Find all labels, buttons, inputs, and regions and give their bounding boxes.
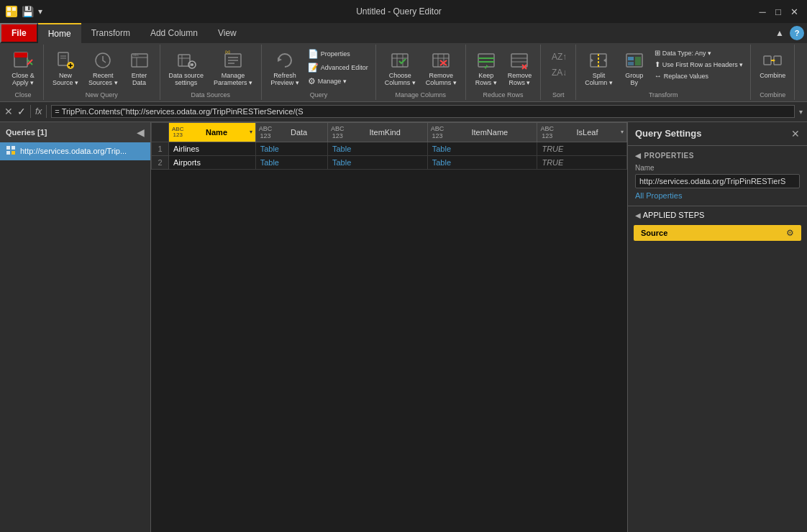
svg-marker-29	[278, 58, 282, 62]
enter-data-button[interactable]: abc EnterData	[124, 46, 155, 90]
keep-rows-button[interactable]: KeepRows ▾	[470, 46, 502, 90]
properties-label: Properties	[321, 50, 350, 58]
combine-label: Combine	[760, 73, 785, 80]
svg-text:ZA↓: ZA↓	[552, 68, 565, 78]
data-source-settings-button[interactable]: Data sourcesettings	[165, 46, 209, 90]
ribbon-group-close: Close &Apply ▾ Close	[3, 45, 44, 100]
manage-parameters-icon: {x}	[222, 49, 245, 72]
formula-confirm-button[interactable]: ✓	[17, 106, 26, 117]
tab-view[interactable]: View	[208, 23, 247, 43]
combine-button[interactable]: Combine	[755, 46, 790, 83]
properties-button[interactable]: 📄 Properties	[305, 47, 371, 60]
close-apply-label: Close &Apply ▾	[12, 73, 35, 87]
col-type-itemname: ABC123	[431, 125, 444, 139]
col-header-data[interactable]: ABC123 Data	[255, 122, 327, 142]
refresh-preview-button[interactable]: RefreshPreview ▾	[266, 46, 304, 90]
replace-values-label: Replace Values	[664, 73, 708, 80]
col-filter-isleaf[interactable]: ▾	[621, 129, 624, 135]
tab-transform[interactable]: Transform	[81, 23, 140, 43]
svg-rect-56	[628, 57, 634, 60]
replace-values-button[interactable]: ↔ Replace Values	[652, 70, 747, 81]
help-button[interactable]: ?	[790, 26, 804, 40]
remove-columns-button[interactable]: RemoveColumns ▾	[421, 46, 461, 90]
choose-columns-button[interactable]: ChooseColumns ▾	[380, 46, 420, 90]
group-label-sort: Sort	[552, 91, 565, 98]
qs-properties-title: PROPERTIES	[644, 152, 694, 160]
col-header-name[interactable]: ABC123 Name ▾	[169, 122, 256, 142]
split-column-label: SplitColumn ▾	[585, 73, 613, 87]
data-type-label: Data Type: Any ▾	[662, 50, 711, 57]
data-source-settings-icon	[175, 49, 198, 72]
cell-name-1: Airlines	[169, 142, 256, 155]
ribbon-collapse-btn[interactable]: ▲	[772, 26, 787, 40]
remove-rows-icon	[508, 49, 531, 72]
ribbon-group-reduce-rows: KeepRows ▾ RemoveRows ▾ Red	[466, 45, 542, 100]
recent-sources-button[interactable]: RecentSources ▾	[84, 46, 122, 90]
quick-access-menu[interactable]: ▾	[38, 6, 42, 17]
tab-home[interactable]: Home	[38, 23, 81, 43]
minimize-button[interactable]: ─	[755, 4, 770, 19]
data-area: ABC123 Name ▾ ABC123 Data	[151, 122, 627, 532]
maximize-button[interactable]: □	[771, 4, 785, 19]
manage-parameters-button[interactable]: {x} ManageParameters ▾	[209, 46, 257, 90]
recent-sources-label: RecentSources ▾	[88, 73, 118, 87]
col-type-isleaf: ABC123	[540, 125, 554, 139]
formula-expand-button[interactable]: ▾	[799, 108, 803, 116]
svg-rect-5	[14, 52, 27, 58]
svg-text:AZ↑: AZ↑	[552, 52, 565, 62]
qs-properties-arrow: ◀	[635, 152, 642, 160]
advanced-editor-button[interactable]: 📝 Advanced Editor	[305, 61, 371, 74]
use-first-row-button[interactable]: ⬆ Use First Row as Headers ▾	[652, 59, 747, 70]
ribbon-group-transform: SplitColumn ▾ GroupBy ⊞	[576, 45, 751, 100]
results-table: ABC123 Name ▾ ABC123 Data	[151, 122, 627, 170]
queries-sidebar: Queries [1] ◀ http://services.odata.org/…	[0, 122, 151, 532]
group-label-combine: Combine	[760, 91, 785, 98]
properties-icon: 📄	[308, 49, 319, 59]
ribbon-group-data-sources: Data sourcesettings {x} ManageParameters…	[160, 45, 263, 100]
qs-step-settings-icon[interactable]: ⚙	[786, 228, 794, 238]
svg-rect-0	[7, 7, 11, 11]
qs-all-properties-link[interactable]: All Properties	[635, 191, 800, 200]
sort-asc-button[interactable]: AZ↑	[545, 49, 571, 63]
close-button[interactable]: ✕	[787, 4, 801, 19]
qs-properties-section: ◀ PROPERTIES Name http://services.odata.…	[628, 146, 807, 206]
col-header-itemname[interactable]: ABC123 ItemName	[427, 122, 537, 142]
data-type-button[interactable]: ⊞ Data Type: Any ▾	[652, 47, 747, 58]
cell-data-1: Table	[255, 142, 327, 155]
tab-file[interactable]: File	[0, 23, 38, 43]
close-apply-button[interactable]: Close &Apply ▾	[7, 46, 39, 90]
quick-access-save[interactable]: 💾	[22, 6, 34, 17]
formula-cancel-button[interactable]: ✕	[4, 106, 13, 117]
col-header-itemkind[interactable]: ABC123 ItemKind	[328, 122, 428, 142]
qs-name-value[interactable]: http://services.odata.org/TripPinRESTier…	[635, 174, 800, 188]
tab-add-column[interactable]: Add Column	[140, 23, 208, 43]
qs-steps-list: Source ⚙	[628, 224, 807, 242]
cell-name-2: Airports	[169, 155, 256, 169]
svg-rect-3	[12, 12, 16, 16]
qs-step-source[interactable]: Source ⚙	[634, 225, 801, 241]
col-filter-name[interactable]: ▾	[250, 129, 252, 135]
col-header-isleaf[interactable]: ABC123 IsLeaf ▾	[537, 122, 627, 142]
group-by-button[interactable]: GroupBy	[619, 46, 650, 90]
qs-close-button[interactable]: ✕	[791, 128, 800, 139]
manage-icon: ⚙	[308, 76, 316, 86]
app-icon	[6, 6, 17, 17]
qs-title: Query Settings	[635, 128, 701, 139]
remove-rows-label: RemoveRows ▾	[508, 73, 532, 87]
new-source-button[interactable]: NewSource ▾	[48, 46, 83, 90]
manage-button[interactable]: ⚙ Manage ▾	[305, 75, 371, 88]
group-label-new-query: New Query	[86, 91, 118, 98]
qs-steps-label: APPLIED STEPS	[643, 211, 705, 219]
formula-input[interactable]	[51, 105, 795, 118]
split-column-button[interactable]: SplitColumn ▾	[580, 46, 617, 90]
recent-sources-icon	[91, 49, 114, 72]
replace-values-icon: ↔	[655, 72, 662, 80]
col-name-isleaf: IsLeaf	[555, 128, 619, 137]
remove-rows-button[interactable]: RemoveRows ▾	[503, 46, 537, 90]
sidebar-item-query-1[interactable]: http://services.odata.org/Trip...	[0, 142, 150, 160]
refresh-preview-icon	[273, 49, 296, 72]
svg-rect-8	[58, 52, 68, 65]
sidebar-collapse-button[interactable]: ◀	[137, 127, 145, 138]
ribbon-content: Close &Apply ▾ Close	[0, 43, 807, 101]
sort-desc-button[interactable]: ZA↓	[545, 65, 571, 79]
